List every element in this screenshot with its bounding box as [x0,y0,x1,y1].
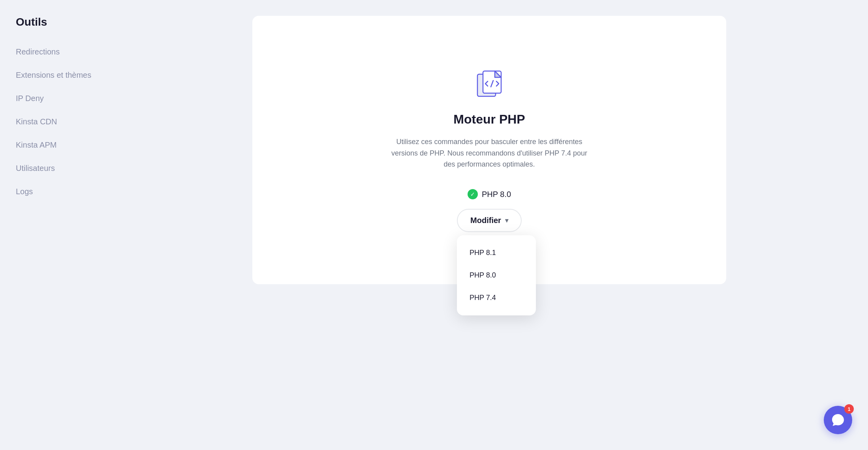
chevron-down-icon: ▾ [505,217,508,224]
chat-badge: 1 [844,404,854,414]
chat-button[interactable]: 1 [824,406,852,434]
modifier-button-container: Modifier ▾ PHP 8.1 PHP 8.0 PHP 7.4 [457,209,522,232]
dropdown-item-php80[interactable]: PHP 8.0 [457,264,536,287]
sidebar-item-logs[interactable]: Logs [0,180,111,203]
php-engine-card: Moteur PHP Utilisez ces commandes pour b… [252,16,726,284]
dropdown-item-php74[interactable]: PHP 7.4 [457,287,536,309]
sidebar-item-redirections[interactable]: Redirections [0,40,111,64]
sidebar: Outils Redirections Extensions et thèmes… [0,0,111,450]
sidebar-item-ip-deny[interactable]: IP Deny [0,87,111,110]
sidebar-item-utilisateurs[interactable]: Utilisateurs [0,157,111,180]
dropdown-item-php81[interactable]: PHP 8.1 [457,242,536,264]
sidebar-item-extensions-themes[interactable]: Extensions et thèmes [0,64,111,87]
modifier-button[interactable]: Modifier ▾ [457,209,522,232]
page-description: Utilisez ces commandes pour basculer ent… [387,136,592,170]
main-content: Moteur PHP Utilisez ces commandes pour b… [111,0,868,450]
sidebar-item-kinsta-cdn[interactable]: Kinsta CDN [0,110,111,133]
php-icon [473,68,505,101]
php-version-row: ✓ PHP 8.0 [468,189,511,199]
check-icon: ✓ [468,189,478,199]
php-current-version: ✓ PHP 8.0 [468,189,511,199]
sidebar-title: Outils [0,12,111,40]
sidebar-item-kinsta-apm[interactable]: Kinsta APM [0,133,111,157]
php-version-dropdown: PHP 8.1 PHP 8.0 PHP 7.4 [457,235,536,315]
page-title: Moteur PHP [453,112,525,127]
